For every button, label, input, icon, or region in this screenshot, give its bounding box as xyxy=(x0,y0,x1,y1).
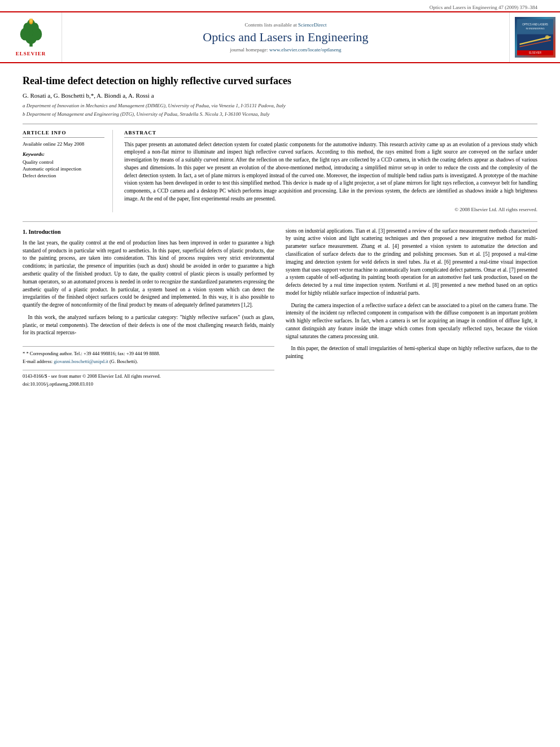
page: Optics and Lasers in Engineering 47 (200… xyxy=(0,0,560,747)
article-info-panel: ARTICLE INFO Available online 22 May 200… xyxy=(23,130,113,212)
email-label: E-mail address: xyxy=(23,359,53,364)
cover-svg: OPTICS AND LASERS IN ENGINEERING ELSEVIE… xyxy=(517,17,553,58)
body-left-column: 1. Introduction In the last years, the q… xyxy=(23,228,274,389)
main-content: Real-time defect detection on highly ref… xyxy=(0,63,560,400)
footnote-email: E-mail address: giovanni.boschetti@unipd… xyxy=(23,358,274,365)
svg-text:IN ENGINEERING: IN ENGINEERING xyxy=(526,27,544,30)
elsevier-logo-area: ELSEVIER xyxy=(0,12,62,62)
available-online-date: Available online 22 May 2008 xyxy=(23,141,104,147)
copyright-line: © 2008 Elsevier Ltd. All rights reserved… xyxy=(124,207,537,212)
svg-text:ELSEVIER: ELSEVIER xyxy=(529,51,541,54)
section-divider xyxy=(23,221,537,222)
keywords-label: Keywords: xyxy=(23,151,104,157)
banner-center: Contents lists available at ScienceDirec… xyxy=(62,12,509,62)
intro-para-2: In this work, the analyzed surfaces belo… xyxy=(23,314,274,337)
abstract-heading: ABSTRACT xyxy=(124,130,537,138)
email-address[interactable]: giovanni.boschetti@unipd.it xyxy=(54,359,108,364)
right-para-3: In this paper, the detection of small ir… xyxy=(286,345,537,361)
citation-text: Optics and Lasers in Engineering 47 (200… xyxy=(430,5,537,10)
journal-cover-area: OPTICS AND LASERS IN ENGINEERING ELSEVIE… xyxy=(509,12,560,62)
contents-label: Contents lists available at xyxy=(245,22,297,28)
elsevier-wordmark: ELSEVIER xyxy=(16,51,46,56)
sciencedirect-link[interactable]: ScienceDirect xyxy=(298,22,326,28)
journal-title: Optics and Lasers in Engineering xyxy=(203,30,368,45)
footnote-area: * * Corresponding author. Tel.: +39 444 … xyxy=(23,346,274,365)
right-para-2: During the camera inspection of a reflec… xyxy=(286,302,537,341)
issn-line: 0143-8166/$ - see front matter © 2008 El… xyxy=(23,373,274,379)
body-right-column: sions on industrial applications. Tian e… xyxy=(286,228,537,389)
homepage-label: journal homepage: xyxy=(230,47,268,53)
intro-para-1: In the last years, the quality control a… xyxy=(23,239,274,309)
abstract-panel: ABSTRACT This paper presents an automate… xyxy=(124,130,537,212)
footnote-corresponding: * * Corresponding author. Tel.: +39 444 … xyxy=(23,350,274,357)
affiliation-a: a Department of Innovation in Mechanics … xyxy=(23,102,537,110)
doi-line: doi:10.1016/j.optlaseng.2008.03.010 xyxy=(23,381,274,387)
homepage-line: journal homepage: www.elsevier.com/locat… xyxy=(230,47,342,53)
abstract-text: This paper presents an automated defect … xyxy=(124,141,537,203)
paper-title: Real-time defect detection on highly ref… xyxy=(23,75,537,88)
keyword-3: Defect detection xyxy=(23,173,104,178)
title-divider xyxy=(23,124,537,124)
svg-text:OPTICS AND LASERS: OPTICS AND LASERS xyxy=(522,23,548,26)
authors-text: G. Rosati a, G. Boschetti b,*, A. Biondi… xyxy=(23,92,154,99)
elsevier-logo: ELSEVIER xyxy=(14,19,48,56)
authors-line: G. Rosati a, G. Boschetti b,*, A. Biondi… xyxy=(23,92,537,99)
bottom-bar: 0143-8166/$ - see front matter © 2008 El… xyxy=(23,370,274,388)
right-para-1: sions on industrial applications. Tian e… xyxy=(286,228,537,298)
keyword-2: Automatic optical inspection xyxy=(23,166,104,172)
svg-point-8 xyxy=(29,19,32,23)
journal-cover-image: OPTICS AND LASERS IN ENGINEERING ELSEVIE… xyxy=(515,17,555,58)
keyword-1: Quality control xyxy=(23,159,104,165)
homepage-link[interactable]: www.elsevier.com/locate/optlaseng xyxy=(269,47,341,53)
contents-available-line: Contents lists available at ScienceDirec… xyxy=(245,22,327,28)
section-1-heading: 1. Introduction xyxy=(23,228,274,236)
elsevier-tree-icon xyxy=(14,19,48,50)
journal-banner: ELSEVIER Contents lists available at Sci… xyxy=(0,11,560,63)
body-columns: 1. Introduction In the last years, the q… xyxy=(23,228,537,389)
journal-citation: Optics and Lasers in Engineering 47 (200… xyxy=(0,0,560,11)
article-info-heading: ARTICLE INFO xyxy=(23,130,104,138)
affiliation-b: b Department of Management and Engineeri… xyxy=(23,111,537,118)
article-info-abstract: ARTICLE INFO Available online 22 May 200… xyxy=(23,130,537,212)
email-person: (G. Boschetti). xyxy=(110,359,138,364)
svg-point-15 xyxy=(545,35,549,39)
